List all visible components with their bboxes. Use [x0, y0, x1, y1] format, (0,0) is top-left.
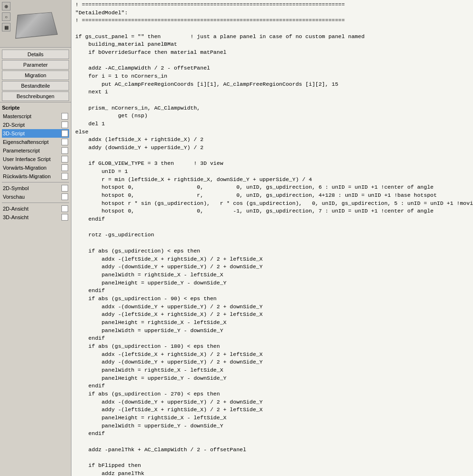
- sidebar-item-parameterscript[interactable]: Parameterscript: [2, 146, 69, 155]
- separator-2: [2, 203, 69, 203]
- eigenschaftenscript-label: Eigenschaftenscript: [3, 139, 61, 145]
- nav-buttons: Details Parameter Migration Bestandteile…: [0, 48, 71, 102]
- sidebar: ⊕ ○ ▦ Details Parameter Migration Bestan…: [0, 0, 71, 476]
- 3d-ansicht-checkbox[interactable]: [61, 214, 68, 221]
- sidebar-icon-2[interactable]: ○: [2, 12, 10, 21]
- user-interface-script-checkbox[interactable]: [61, 156, 68, 162]
- 2d-script-label: 2D-Script: [3, 122, 61, 128]
- 3d-ansicht-label: 3D-Ansicht: [3, 214, 61, 220]
- thumbnail-shape: [15, 12, 58, 39]
- scripts-label: Scripte: [2, 104, 69, 111]
- separator-1: [2, 182, 69, 182]
- sidebar-item-vorwaerts-migration[interactable]: Vorwärts-Migration: [2, 163, 69, 172]
- 2d-symbol-label: 2D-Symbol: [3, 185, 61, 191]
- sidebar-item-2d-ansicht[interactable]: 2D-Ansicht: [2, 204, 69, 213]
- 3d-script-label: 3D-Script: [3, 131, 61, 136]
- sidebar-item-masterscript[interactable]: Masterscript: [2, 112, 69, 121]
- parameterscript-checkbox[interactable]: [61, 147, 68, 154]
- sidebar-item-user-interface-script[interactable]: User Interface Script: [2, 155, 69, 163]
- beschreibungen-button[interactable]: Beschreibungen: [2, 91, 69, 101]
- main-code-area[interactable]: ! ======================================…: [71, 0, 473, 476]
- sidebar-item-3d-ansicht[interactable]: 3D-Ansicht: [2, 213, 69, 222]
- 2d-symbol-checkbox[interactable]: [61, 185, 68, 192]
- parameterscript-label: Parameterscript: [3, 148, 61, 153]
- vorschau-checkbox[interactable]: [61, 193, 68, 200]
- sidebar-item-3d-script[interactable]: 3D-Script: [2, 129, 69, 138]
- sidebar-item-2d-symbol[interactable]: 2D-Symbol: [2, 184, 69, 192]
- parameter-button[interactable]: Parameter: [2, 60, 69, 70]
- rueckwaerts-migration-checkbox[interactable]: [61, 173, 68, 180]
- sidebar-item-eigenschaftenscript[interactable]: Eigenschaftenscript: [2, 138, 69, 146]
- 2d-script-checkbox[interactable]: [61, 122, 68, 128]
- vorschau-label: Vorschau: [3, 194, 61, 200]
- thumbnail-area: ⊕ ○ ▦: [0, 0, 71, 48]
- eigenschaftenscript-checkbox[interactable]: [61, 139, 68, 145]
- scripts-section: Scripte Masterscript 2D-Script 3D-Script…: [0, 102, 71, 223]
- migration-button[interactable]: Migration: [2, 71, 69, 80]
- masterscript-label: Masterscript: [3, 113, 61, 119]
- 2d-ansicht-checkbox[interactable]: [61, 205, 68, 212]
- code-line-1: ! ======================================…: [75, 1, 473, 476]
- 2d-ansicht-label: 2D-Ansicht: [3, 206, 61, 212]
- bestandteile-button[interactable]: Bestandteile: [2, 81, 69, 91]
- code-editor: ! ======================================…: [71, 0, 473, 476]
- sidebar-item-vorschau[interactable]: Vorschau: [2, 192, 69, 201]
- rueckwaerts-migration-label: Rückwärts-Migration: [3, 173, 61, 179]
- sidebar-item-rueckwaerts-migration[interactable]: Rückwärts-Migration: [2, 172, 69, 181]
- sidebar-icon-3[interactable]: ▦: [2, 23, 10, 31]
- vorwaerts-migration-label: Vorwärts-Migration: [3, 165, 61, 171]
- user-interface-script-label: User Interface Script: [3, 156, 61, 162]
- vorwaerts-migration-checkbox[interactable]: [61, 164, 68, 171]
- masterscript-checkbox[interactable]: [61, 113, 68, 120]
- 3d-script-checkbox[interactable]: [61, 130, 68, 137]
- sidebar-item-2d-script[interactable]: 2D-Script: [2, 121, 69, 129]
- details-button[interactable]: Details: [2, 50, 69, 59]
- sidebar-icon-1[interactable]: ⊕: [2, 2, 10, 10]
